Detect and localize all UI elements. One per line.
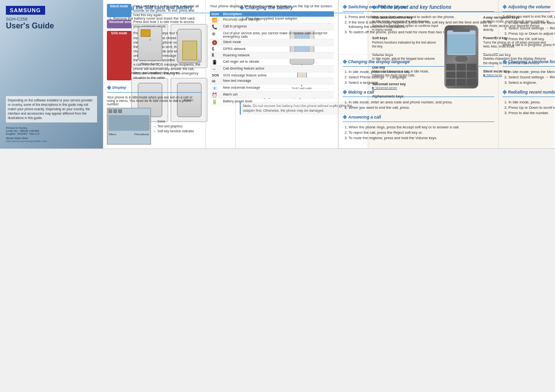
- display-title: ◆ Display: [107, 84, 202, 93]
- icon-no-service: ⊗: [210, 30, 221, 39]
- model-name: SGH-C258: [6, 17, 97, 22]
- logo-footer: Printed in Korea Code No.: 68658-14049A …: [6, 126, 97, 143]
- call-step-1: In Idle mode, enter an area code and pho…: [349, 100, 494, 104]
- icon-gprs-desc: GPRS network: [221, 46, 334, 52]
- diamond-icon-lang: ◆: [343, 58, 347, 65]
- logo-panel: SAMSUNG SGH-C258 User's Guide Depending …: [0, 0, 103, 148]
- page: SAMSUNG SGH-C258 User's Guide Depending …: [0, 0, 555, 149]
- icon-call: 📞: [210, 24, 221, 30]
- icon-divert: ↔: [210, 66, 221, 73]
- answer-step-1: When the phone rings, press the Accept s…: [349, 125, 494, 129]
- screen-box: Menu Phonebook: [107, 108, 151, 145]
- phone-speaker: [453, 29, 470, 32]
- status-icon-row: R Roaming network: [210, 52, 334, 59]
- sim-phone-img-2: ②: [177, 29, 202, 63]
- logo-note: Depending on the software installed or y…: [6, 96, 97, 122]
- answering-call-title: ◆ Answering a call: [343, 114, 494, 122]
- icon-2: [113, 109, 117, 113]
- icon-vibrate-desc: Call ringer set to vibrate: [221, 59, 334, 66]
- icon-no-service-desc: Out of your service area; you cannot mak…: [221, 30, 334, 39]
- phone-3d-container: [442, 15, 481, 98]
- ringtone-title: ◆ Changing a ringtone for calls: [503, 58, 555, 67]
- icon-sos: SOS: [210, 73, 221, 78]
- icon-alarm-desc: Alarm set: [221, 92, 334, 98]
- status-icons-body: 📶 Received signal strength 📞 Call in pro…: [210, 17, 334, 105]
- diamond-icon-display: ◆: [107, 84, 111, 91]
- status-icon-row: 📶 Received signal strength: [210, 17, 334, 24]
- samsung-logo: SAMSUNG: [6, 6, 45, 15]
- icon-silent: 🔕: [210, 39, 221, 46]
- col-header-desc: Description: [221, 11, 334, 17]
- silent-mode-text: Press and hold # in Idle mode to disable…: [133, 4, 202, 17]
- text-graphics-label: ← Text and graphics: [153, 124, 194, 128]
- redialling-title: ◆ Redialling recent numbers: [503, 89, 555, 97]
- diamond-icon-redial: ◆: [503, 89, 506, 95]
- ringtone-steps: In Idle mode, press the Menu soft key. S…: [503, 70, 555, 85]
- diamond-icon-switch: ◆: [343, 3, 347, 10]
- screen-softkeys: Menu Phonebook: [107, 132, 151, 137]
- status-icons-table: Icon Description 📶 Received signal stren…: [210, 11, 334, 105]
- icon-roaming-desc: Roaming network: [221, 52, 334, 59]
- icon-3: [118, 109, 122, 113]
- switching-title: ◆ Switching on or off the phone: [343, 3, 494, 12]
- adjusting-volume-title: ◆ Adjusting the volume: [503, 3, 555, 12]
- volume-step-4: Press the OK soft key.: [508, 37, 555, 41]
- icon-roaming: R: [210, 52, 221, 59]
- icon-sms: ✉: [210, 78, 221, 85]
- redialling-steps: In Idle mode, press. Press Up or Down to…: [503, 100, 555, 115]
- top-row: SAMSUNG SGH-C258 User's Guide Depending …: [0, 0, 103, 149]
- icon-gprs: G: [210, 46, 221, 52]
- diamond-icon-call: ◆: [343, 89, 347, 95]
- making-call-steps: In Idle mode, enter an area code and pho…: [343, 100, 494, 110]
- diamond-icon-volume: ◆: [503, 3, 506, 10]
- switch-step-1: Press and hold for more than one second …: [349, 15, 494, 19]
- diamond-icon-answer: ◆: [343, 114, 347, 120]
- softkey-phonebook: Phonebook: [134, 133, 149, 136]
- ringtone-step-1: In Idle mode, press the Menu soft key.: [508, 70, 555, 74]
- screen-text-area: [108, 115, 150, 131]
- phone-nav: [455, 56, 467, 62]
- status-icon-row: 🔋 Battery power level: [210, 98, 334, 105]
- making-call-subsection: ◆ Making a call In Idle mode, enter an a…: [343, 89, 494, 110]
- sim-card-img: [141, 29, 151, 37]
- sim-label-1: ①: [149, 38, 151, 41]
- guide-title: User's Guide: [6, 22, 97, 30]
- mode-silent: Silent mode Press and hold # in Idle mod…: [107, 4, 202, 17]
- softkey-menu: Menu: [109, 133, 116, 136]
- status-icon-row: 📞 Call in progress: [210, 24, 334, 30]
- status-icon-row: 🔕 Silent mode: [210, 39, 334, 46]
- status-icon-row: ⏰ Alarm set: [210, 92, 334, 98]
- icon-alarm: ⏰: [210, 92, 221, 98]
- sim-phone-img: ①: [138, 26, 162, 61]
- screen-labels: ← Icons ← Text and graphics ← Soft key f…: [153, 120, 194, 133]
- ringtone-step-2: Select Sound settings → Ring tone.: [508, 75, 555, 79]
- icon-sms-desc: New text message: [221, 78, 334, 85]
- status-icon-row: ↔ Call diverting feature active: [210, 66, 334, 73]
- middle-row: Silent mode Press and hold # in Idle mod…: [103, 0, 555, 149]
- volume-steps: In Idle mode, press the Menu soft key. S…: [503, 21, 555, 41]
- making-call-title: ◆ Making a call: [343, 89, 494, 97]
- status-icons-panel: Your phone displays the following status…: [206, 0, 338, 148]
- icon-voicemail: 📧: [210, 85, 221, 92]
- icon-call-desc: Call in progress: [221, 24, 334, 30]
- status-panel: Silent mode Press and hold # in Idle mod…: [103, 0, 206, 148]
- answering-call-steps: When the phone rings, press the Accept s…: [343, 125, 494, 140]
- phone-screen: [447, 34, 476, 54]
- icon-vibrate: 📳: [210, 59, 221, 66]
- status-icon-row: 📳 Call ringer set to vibrate: [210, 59, 334, 66]
- end-call-note: 2. When you want to end the call, press …: [503, 15, 555, 19]
- sim-label-2: ②: [198, 59, 200, 62]
- display-mockup-area: Menu Phonebook ← Icons ← Text and graphi…: [107, 108, 202, 145]
- status-icon-row: G GPRS network: [210, 46, 334, 52]
- icon-silent-desc: Silent mode: [221, 39, 334, 46]
- phone-keypad: [446, 64, 477, 86]
- display-section: ◆ Display Your phone is in Idle mode whe…: [107, 84, 202, 145]
- adjusting-volume-panel: ◆ Adjusting the volume 2. When you want …: [498, 0, 555, 55]
- redial-step-2: Press Up or Down to scroll to the number…: [508, 105, 555, 110]
- phone-3d-image: [444, 25, 479, 89]
- status-icon-row: SOS SOS message feature active: [210, 73, 334, 78]
- answering-call-subsection: ◆ Answering a call When the phone rings,…: [343, 114, 494, 140]
- icons-label: ← Icons: [153, 120, 194, 123]
- diamond-icon-ringtone: ◆: [503, 58, 506, 65]
- screen-mockup: Menu Phonebook: [107, 108, 151, 145]
